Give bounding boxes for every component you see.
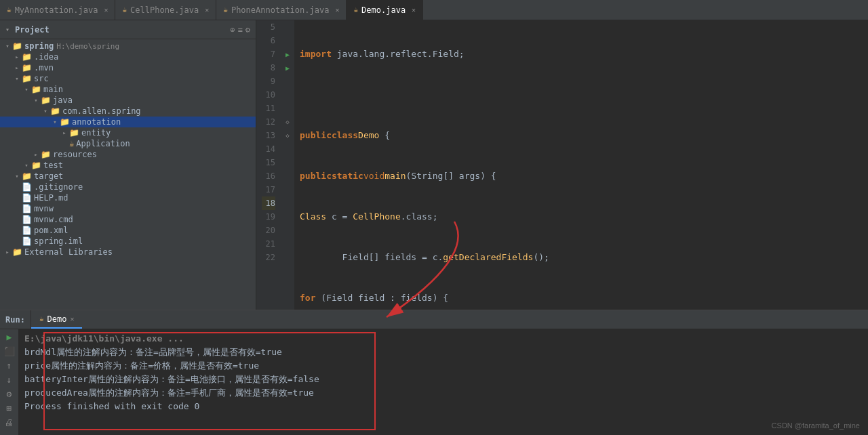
tree-arrow-annotation: ▾ <box>50 119 60 125</box>
settings-run-button[interactable]: ⚙ <box>2 389 17 399</box>
tree-arrow-resources: ▸ <box>31 151 41 158</box>
tree-item-entity[interactable]: ▸ 📁 entity <box>0 127 256 138</box>
code-line-9: Class c = CellPhone.class; <box>300 210 863 224</box>
gutter-21 <box>281 237 294 251</box>
line-num-20: 20 <box>262 224 275 237</box>
tab-close-myannotation[interactable]: ✕ <box>104 6 108 14</box>
line-num-7: 7 <box>262 47 275 61</box>
file-icon-pomxml: 📄 <box>22 226 32 235</box>
gutter-11 <box>281 102 294 115</box>
package-icon: 📁 <box>50 106 60 116</box>
gutter-15 <box>281 156 294 169</box>
tree-label-test: test <box>43 161 63 170</box>
tab-label-myannotation: MyAnnotation.java <box>15 5 98 15</box>
rerun-button[interactable]: ▶ <box>2 332 17 342</box>
gutter-18 <box>281 196 294 210</box>
locate-icon[interactable]: ⊕ <box>230 25 235 35</box>
tree-item-resources[interactable]: ▸ 📁 resources <box>0 149 256 160</box>
line-numbers: 5 6 7 8 9 10 11 12 13 14 15 16 17 18 19 … <box>256 20 281 310</box>
code-line-11: for (Field field : fields) { <box>300 291 863 305</box>
folder-icon-resources: 📁 <box>41 150 51 159</box>
line-num-18: 18 <box>262 196 275 210</box>
tree-item-helpmd[interactable]: 📄 HELP.md <box>0 192 256 203</box>
tab-close-cellphone[interactable]: ✕ <box>205 6 209 14</box>
tab-demo[interactable]: ☕ Demo.java ✕ <box>347 0 423 20</box>
tree-label-mvnwcmd: mvnw.cmd <box>34 215 73 224</box>
sidebar-title: Project <box>15 25 50 35</box>
tree-label-entity: entity <box>81 128 111 138</box>
file-icon-mvnw: 📄 <box>22 204 32 213</box>
tree-item-mvnw[interactable]: 📄 mvnw <box>0 203 256 214</box>
tree-item-test[interactable]: ▾ 📁 test <box>0 160 256 171</box>
line-num-11: 11 <box>262 102 275 115</box>
line-num-5: 5 <box>262 20 275 34</box>
tree-label-spring: spring <box>24 41 54 51</box>
editor-gutter: ▶ ▶ ◇ ◇ <box>281 20 294 310</box>
tab-close-phoneannotation[interactable]: ✕ <box>335 6 339 14</box>
line-num-10: 10 <box>262 88 275 102</box>
line-num-8: 8 <box>262 61 275 75</box>
tree-item-idea[interactable]: ▸ 📁 .idea <box>0 51 256 62</box>
folder-icon-annotation: 📁 <box>60 117 70 127</box>
folder-icon-entity: 📁 <box>69 128 79 138</box>
run-tab-label: Demo <box>47 314 67 324</box>
tree-item-springiml[interactable]: 📄 spring.iml <box>0 236 256 247</box>
tree-item-mvnwcmd[interactable]: 📄 mvnw.cmd <box>0 214 256 225</box>
tree-arrow-src: ▾ <box>12 75 22 82</box>
line-num-21: 21 <box>262 237 275 251</box>
gutter-8: ▶ <box>281 61 294 75</box>
file-icon-helpmd: 📄 <box>22 193 32 203</box>
tab-cellphone[interactable]: ☕ CellPhone.java ✕ <box>115 0 216 20</box>
collapse-icon[interactable]: ≡ <box>238 25 243 35</box>
gutter-9 <box>281 75 294 88</box>
code-editor: 5 6 7 8 9 10 11 12 13 14 15 16 17 18 19 … <box>256 20 868 310</box>
file-icon-springiml: 📄 <box>22 236 32 246</box>
tree-item-target[interactable]: ▾ 📁 target <box>0 171 256 182</box>
tab-phoneannotation[interactable]: ☕ PhoneAnnotation.java ✕ <box>216 0 347 20</box>
folder-icon-src: 📁 <box>22 74 32 83</box>
gutter-14 <box>281 142 294 156</box>
run-tab-close[interactable]: ✕ <box>70 315 74 323</box>
tree-label-mvn: .mvn <box>34 63 54 72</box>
tree-item-src[interactable]: ▾ 📁 src <box>0 73 256 84</box>
tab-close-demo[interactable]: ✕ <box>412 6 416 14</box>
tree-item-java[interactable]: ▾ 📁 java <box>0 95 256 106</box>
folder-icon-main: 📁 <box>31 85 41 94</box>
scroll-down-button[interactable]: ↓ <box>2 375 17 385</box>
bottom-content: ▶ ⬛ ↑ ↓ ⚙ ⊞ 🖨 ✕ E:\java\jdk11\bin\java.e… <box>0 329 868 435</box>
tree-item-pomxml[interactable]: 📄 pom.xml <box>0 225 256 236</box>
java-icon-phoneannotation: ☕ <box>223 5 228 14</box>
settings-icon[interactable]: ⚙ <box>245 25 250 35</box>
tree-item-main[interactable]: ▾ 📁 main <box>0 84 256 95</box>
bottom-tab-demo[interactable]: ☕ Demo ✕ <box>31 310 83 329</box>
tree-arrow-package: ▾ <box>41 108 50 115</box>
gutter-20 <box>281 224 294 237</box>
tree-label-idea: .idea <box>34 52 58 62</box>
scroll-up-button[interactable]: ↑ <box>2 360 17 371</box>
tree-item-application[interactable]: ☕ Application <box>0 138 256 149</box>
tab-myannotation[interactable]: ☕ MyAnnotation.java ✕ <box>0 0 115 20</box>
output-line-3: batteryInter属性的注解内容为：备注=电池接口，属性是否有效=fals… <box>24 373 863 386</box>
gutter-12: ◇ <box>281 115 294 129</box>
gutter-19 <box>281 210 294 224</box>
tree-label-application: Application <box>76 139 130 148</box>
stop-button[interactable]: ⬛ <box>2 346 17 356</box>
tree-arrow-main: ▾ <box>22 86 31 93</box>
tree-item-extlibs[interactable]: ▸ 📁 External Libraries <box>0 247 256 257</box>
java-icon-cellphone: ☕ <box>122 5 127 14</box>
tree-arrow-java: ▾ <box>31 97 41 104</box>
tree-label-helpmd: HELP.md <box>34 193 68 203</box>
tree-item-mvn[interactable]: ▸ 📁 .mvn <box>0 62 256 73</box>
tree-label-mvnw: mvnw <box>34 204 54 213</box>
tree-item-gitignore[interactable]: 📄 .gitignore <box>0 182 256 192</box>
line-num-9: 9 <box>262 75 275 88</box>
tree-item-package[interactable]: ▾ 📁 com.allen.spring <box>0 106 256 117</box>
print-button[interactable]: 🖨 <box>2 417 17 428</box>
sidebar-header-icons: ⊕ ≡ ⚙ <box>230 25 250 35</box>
gutter-16 <box>281 169 294 183</box>
code-lines[interactable]: import java.lang.reflect.Field; public c… <box>294 20 868 310</box>
layout-button[interactable]: ⊞ <box>2 403 17 413</box>
tree-item-annotation[interactable]: ▾ 📁 annotation <box>0 117 256 127</box>
tree-arrow-extlibs: ▸ <box>3 249 12 255</box>
tree-item-spring[interactable]: ▾ 📁 spring H:\demo\spring <box>0 41 256 51</box>
